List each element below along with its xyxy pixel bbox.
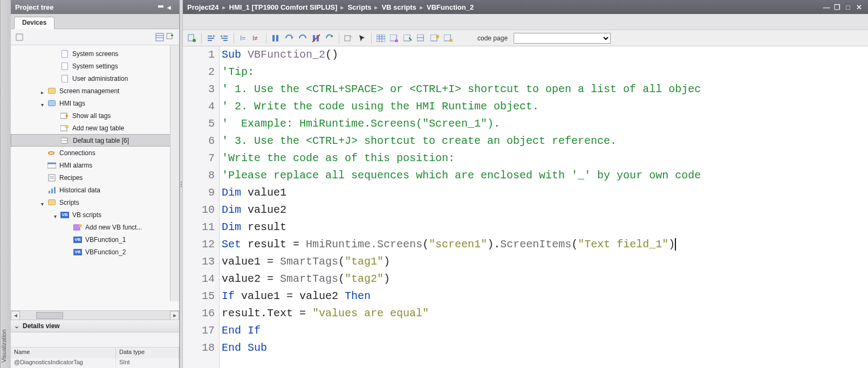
details-view-body: Name Data type @DiagnosticsIndicatorTag … (11, 332, 179, 368)
tb-table6-icon[interactable] (442, 32, 454, 44)
tree-item-scripts[interactable]: Scripts (11, 196, 179, 209)
line-number: 3 (183, 81, 215, 98)
tree-settings-icon[interactable] (14, 32, 25, 43)
tb-table4-icon[interactable] (415, 32, 427, 44)
window-minimize-icon[interactable]: — (822, 3, 831, 11)
tb-table3-icon[interactable] (402, 32, 414, 44)
details-columns: Name Data type (11, 348, 179, 358)
code-line[interactable]: 'Tip: (222, 64, 868, 81)
code-line[interactable]: value1 = SmartTags("tag1") (222, 253, 868, 270)
code-editor[interactable]: 123456789101112131415161718 Sub VBFuncti… (183, 46, 868, 368)
breadcrumb-item[interactable]: HMI_1 [TP1900 Comfort SIPLUS] (229, 3, 338, 11)
tree-scrollbar-vertical[interactable] (170, 45, 179, 301)
tb-indent-icon[interactable] (205, 32, 217, 44)
col-datatype[interactable]: Data type (116, 348, 179, 358)
collapse-icon[interactable] (41, 200, 46, 205)
window-close-icon[interactable]: ✕ (854, 3, 864, 11)
tree-scrollbar-horizontal[interactable]: ◂ ▸ (11, 310, 179, 320)
col-name[interactable]: Name (11, 348, 116, 358)
breadcrumb[interactable]: Project24▸HMI_1 [TP1900 Comfort SIPLUS]▸… (187, 3, 474, 11)
window-maximize-icon[interactable]: □ (843, 3, 853, 11)
tree-item-system-settings[interactable]: System settings (11, 60, 179, 72)
tree-item-user-administration[interactable]: User administration (11, 72, 179, 85)
tb-step2-icon[interactable] (297, 32, 309, 44)
pane-collapse-icon[interactable]: ◂ (167, 3, 175, 11)
tree-item-recipes[interactable]: Recipes (11, 171, 179, 184)
breadcrumb-item[interactable]: VB scripts (381, 3, 416, 11)
code-page-select[interactable] (514, 33, 611, 44)
window-restore-icon[interactable]: ❐ (832, 3, 842, 11)
tree-refresh-icon[interactable] (165, 32, 176, 43)
svg-point-20 (79, 224, 82, 227)
code-line[interactable]: 'Please replace all sequences which are … (222, 167, 868, 184)
details-row[interactable]: @DiagnosticsIndicatorTag SInt (11, 358, 179, 368)
tb-find-icon[interactable] (343, 32, 354, 44)
pane-pin-icon[interactable] (158, 3, 165, 11)
tree-item-label: Screen management (59, 87, 119, 95)
tb-outdent-icon[interactable] (218, 32, 230, 44)
tree-view-icon[interactable] (154, 32, 165, 43)
code-line[interactable]: Dim value2 (222, 202, 868, 219)
project-tree-title-bar: Project tree ◂ (11, 0, 179, 14)
tb-step-icon[interactable] (283, 32, 295, 44)
scroll-left-icon[interactable]: ◂ (11, 311, 20, 320)
tree-item-label: Scripts (59, 199, 79, 206)
tree-item-hmi-alarms[interactable]: HMI alarms (11, 159, 179, 171)
code-line[interactable]: Sub VBFunction_2() (222, 46, 868, 64)
scroll-right-icon[interactable]: ▸ (170, 311, 179, 320)
tree-item-add-new-tag-table[interactable]: Add new tag table (11, 122, 179, 134)
expand-icon[interactable] (41, 88, 46, 94)
collapse-icon[interactable] (54, 212, 59, 218)
tree-item-hmi-tags[interactable]: HMI tags (11, 97, 179, 109)
tb-cursor-icon[interactable] (356, 32, 368, 44)
breadcrumb-item[interactable]: Scripts (347, 3, 371, 11)
svg-rect-12 (47, 163, 56, 164)
code-content[interactable]: Sub VBFunction_2()'Tip:' 1. Use the <CTR… (220, 46, 868, 368)
project-tree[interactable]: System screensSystem settingsUser admini… (11, 45, 179, 310)
tb-bookmarks2-icon[interactable] (310, 32, 322, 44)
code-line[interactable]: Set result = HmiRuntime.Screens("screen1… (222, 236, 868, 253)
tb-table2-icon[interactable] (388, 32, 400, 44)
tb-compile-icon[interactable] (186, 32, 198, 44)
code-line[interactable]: If value1 = value2 Then (222, 288, 868, 305)
code-line[interactable]: value2 = SmartTags("tag2") (222, 270, 868, 288)
tree-item-default-tag-table-6[interactable]: Default tag table [6] (11, 134, 179, 147)
code-line[interactable]: End Sub (222, 339, 868, 357)
tb-uncomment-icon[interactable]: I≠ (251, 32, 263, 44)
editor-subheader (183, 14, 868, 30)
tb-bookmarks-icon[interactable] (270, 32, 282, 44)
tab-devices[interactable]: Devices (14, 17, 54, 29)
tree-item-show-all-tags[interactable]: Show all tags (11, 109, 179, 122)
tree-item-screen-management[interactable]: Screen management (11, 85, 179, 97)
chevron-down-icon: ⌄ (14, 322, 19, 330)
tree-item-vbfunction-1[interactable]: VBVBFunction_1 (11, 233, 179, 246)
line-number: 6 (183, 133, 215, 150)
tb-table1-icon[interactable] (375, 32, 387, 44)
tb-comment-icon[interactable]: I= (237, 32, 249, 44)
side-strip-visualization[interactable]: Visualization (0, 0, 11, 368)
code-line[interactable]: ' 3. Use the <CTRL+J> shortcut to create… (222, 133, 868, 150)
tree-item-system-screens[interactable]: System screens (11, 47, 179, 60)
code-line[interactable]: Dim result (222, 219, 868, 236)
code-line[interactable]: 'Write the code as of this position: (222, 150, 868, 167)
code-line[interactable]: ' 2. Write the code using the HMI Runtim… (222, 98, 868, 115)
code-line[interactable]: result.Text = "values are equal" (222, 305, 868, 322)
tree-item-label: User administration (72, 75, 128, 82)
breadcrumb-item[interactable]: VBFunction_2 (427, 3, 474, 11)
collapse-icon[interactable] (41, 101, 46, 106)
tb-table5-icon[interactable] (429, 32, 441, 44)
tree-item-connections[interactable]: Connections (11, 147, 179, 159)
tree-item-add-new-vb-funct[interactable]: Add new VB funct... (11, 221, 179, 233)
tree-item-vb-scripts[interactable]: VBVB scripts (11, 209, 179, 221)
tree-item-vbfunction-2[interactable]: VBVBFunction_2 (11, 246, 179, 258)
code-line[interactable]: Dim value1 (222, 184, 868, 202)
scroll-thumb[interactable] (36, 312, 63, 319)
details-view-header[interactable]: ⌄ Details view (11, 320, 179, 332)
code-line[interactable]: End If (222, 322, 868, 339)
breadcrumb-item[interactable]: Project24 (187, 3, 219, 11)
code-line[interactable]: ' 1. Use the <CTRL+SPACE> or <CTRL+I> sh… (222, 81, 868, 98)
tree-item-historical-data[interactable]: Historical data (11, 184, 179, 196)
tb-run-icon[interactable] (324, 32, 336, 44)
code-line[interactable]: ' Example: HmiRuntime.Screens("Screen_1"… (222, 115, 868, 133)
tree-item-label: System settings (72, 63, 118, 70)
